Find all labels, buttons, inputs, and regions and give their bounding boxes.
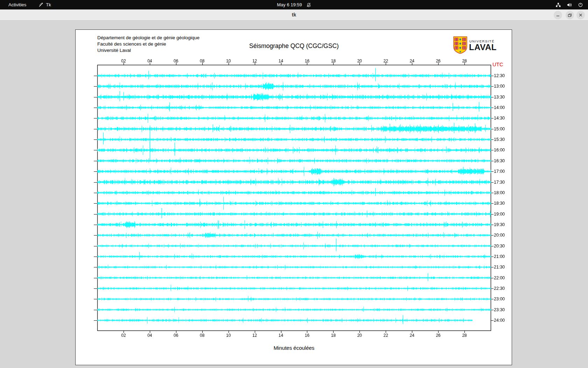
x-tick-label-bottom: 18	[331, 333, 336, 338]
time-label: 23:30	[494, 307, 505, 312]
x-tick-label-top: 16	[305, 59, 309, 63]
x-tick-label-bottom: 22	[384, 333, 388, 338]
x-tick-label-top: 20	[357, 59, 362, 63]
x-tick-label-bottom: 10	[226, 333, 231, 338]
time-label: 15:30	[494, 137, 505, 142]
x-tick-label-bottom: 06	[174, 333, 178, 338]
x-tick-label-top: 28	[462, 59, 467, 63]
x-tick-label-bottom: 16	[305, 333, 309, 338]
x-tick-label-bottom: 12	[252, 333, 257, 338]
x-tick-label-top: 26	[436, 59, 440, 63]
time-label: 21:30	[494, 265, 505, 270]
time-label: 20:00	[494, 233, 505, 238]
x-tick-label-top: 12	[252, 59, 257, 63]
time-label: 20:30	[494, 244, 505, 248]
x-tick-label-bottom: 24	[410, 333, 414, 338]
x-tick-label-top: 18	[331, 59, 336, 63]
x-tick-label-bottom: 02	[121, 333, 126, 338]
time-label: 16:00	[494, 148, 505, 152]
time-label: 18:30	[494, 201, 505, 206]
time-label: 24:00	[494, 318, 505, 323]
time-label: 22:00	[494, 275, 505, 280]
time-label: 16:30	[494, 158, 505, 163]
time-label: 14:30	[494, 116, 505, 121]
x-tick-label-top: 10	[226, 59, 231, 63]
time-label: 14:00	[494, 105, 505, 110]
time-label: 21:00	[494, 254, 505, 259]
x-tick-label-bottom: 20	[357, 333, 362, 338]
time-label: 18:00	[494, 190, 505, 195]
x-tick-label-top: 14	[279, 59, 283, 63]
x-tick-label-bottom: 14	[279, 333, 283, 338]
x-tick-label-bottom: 26	[436, 333, 440, 338]
desktop: Activities Tk May 6 19:59	[0, 0, 588, 368]
time-label: 12:30	[494, 73, 505, 78]
x-tick-label-top: 22	[384, 59, 388, 63]
x-tick-label-top: 24	[410, 59, 414, 63]
x-tick-label-bottom: 08	[200, 333, 204, 338]
x-tick-label-bottom: 28	[462, 333, 467, 338]
time-label: 13:00	[494, 84, 505, 89]
time-label: 19:30	[494, 222, 505, 227]
time-label: 17:00	[494, 169, 505, 174]
x-tick-label-top: 02	[121, 59, 126, 63]
time-label: 13:30	[494, 95, 505, 100]
time-label: 17:30	[494, 180, 505, 185]
time-label: 15:00	[494, 127, 505, 131]
time-label: 23:00	[494, 297, 505, 301]
x-tick-label-top: 04	[147, 59, 152, 63]
x-tick-label-top: 06	[174, 59, 178, 63]
time-label: 19:00	[494, 212, 505, 217]
x-tick-label-top: 08	[200, 59, 204, 63]
x-tick-label-bottom: 04	[147, 333, 152, 338]
time-label: 22:30	[494, 286, 505, 291]
